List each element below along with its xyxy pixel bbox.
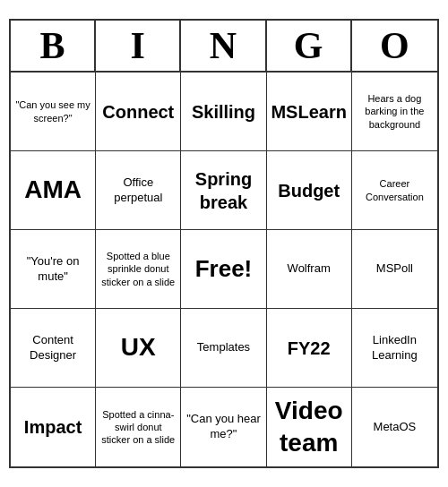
- bingo-cell-15: Content Designer: [11, 309, 96, 388]
- cell-text-24: MetaOS: [374, 420, 417, 435]
- cell-text-9: Career Conversation: [356, 177, 434, 203]
- bingo-header: BINGO: [11, 21, 437, 73]
- bingo-cell-16: UX: [96, 309, 181, 388]
- bingo-cell-2: Skilling: [181, 73, 266, 151]
- cell-text-17: Templates: [197, 340, 250, 355]
- bingo-cell-9: Career Conversation: [352, 151, 437, 230]
- bingo-cell-17: Templates: [181, 309, 266, 388]
- cell-text-16: UX: [121, 331, 156, 363]
- cell-text-8: Budget: [278, 179, 340, 202]
- cell-text-12: Free!: [195, 254, 253, 285]
- bingo-cell-4: Hears a dog barking in the background: [352, 73, 437, 151]
- cell-text-15: Content Designer: [14, 333, 91, 363]
- cell-text-11: Spotted a blue sprinkle donut sticker on…: [99, 250, 177, 288]
- bingo-cell-0: "Can you see my screen?": [11, 73, 96, 151]
- cell-text-20: Impact: [24, 415, 82, 439]
- bingo-cell-23: Video team: [267, 388, 352, 466]
- cell-text-19: LinkedIn Learning: [356, 333, 434, 363]
- bingo-cell-3: MSLearn: [267, 73, 352, 151]
- bingo-cell-21: Spotted a cinna-swirl donut sticker on a…: [96, 388, 181, 466]
- bingo-grid: "Can you see my screen?"ConnectSkillingM…: [11, 73, 437, 466]
- cell-text-2: Skilling: [192, 100, 255, 124]
- cell-text-6: Office perpetual: [99, 175, 177, 206]
- bingo-card: BINGO "Can you see my screen?"ConnectSki…: [9, 19, 439, 468]
- cell-text-18: FY22: [288, 337, 331, 360]
- cell-text-14: MSPoll: [376, 261, 413, 277]
- cell-text-23: Video team: [271, 395, 348, 460]
- cell-text-3: MSLearn: [271, 100, 346, 124]
- bingo-cell-5: AMA: [11, 151, 96, 230]
- bingo-cell-8: Budget: [267, 151, 352, 230]
- bingo-cell-18: FY22: [267, 309, 352, 388]
- bingo-cell-6: Office perpetual: [96, 151, 181, 230]
- cell-text-22: "Can you hear me?": [185, 412, 262, 442]
- bingo-cell-24: MetaOS: [352, 388, 437, 466]
- bingo-cell-20: Impact: [11, 388, 96, 466]
- cell-text-13: Wolfram: [288, 261, 331, 277]
- cell-text-4: Hears a dog barking in the background: [356, 92, 434, 131]
- bingo-cell-13: Wolfram: [267, 230, 352, 309]
- header-letter-N: N: [181, 21, 266, 71]
- header-letter-G: G: [267, 21, 352, 71]
- header-letter-B: B: [11, 21, 96, 71]
- cell-text-5: AMA: [24, 174, 82, 206]
- bingo-cell-11: Spotted a blue sprinkle donut sticker on…: [96, 230, 181, 309]
- cell-text-0: "Can you see my screen?": [14, 98, 91, 124]
- cell-text-7: Spring break: [185, 167, 262, 214]
- bingo-cell-10: "You're on mute": [11, 230, 96, 309]
- bingo-cell-14: MSPoll: [352, 230, 437, 309]
- bingo-cell-7: Spring break: [181, 151, 266, 230]
- cell-text-10: "You're on mute": [14, 254, 91, 285]
- header-letter-I: I: [96, 21, 181, 71]
- bingo-cell-1: Connect: [96, 73, 181, 151]
- cell-text-1: Connect: [102, 100, 174, 124]
- bingo-cell-12: Free!: [181, 230, 266, 309]
- bingo-cell-19: LinkedIn Learning: [352, 309, 437, 388]
- bingo-cell-22: "Can you hear me?": [181, 388, 266, 466]
- cell-text-21: Spotted a cinna-swirl donut sticker on a…: [99, 408, 177, 447]
- header-letter-O: O: [352, 21, 437, 71]
